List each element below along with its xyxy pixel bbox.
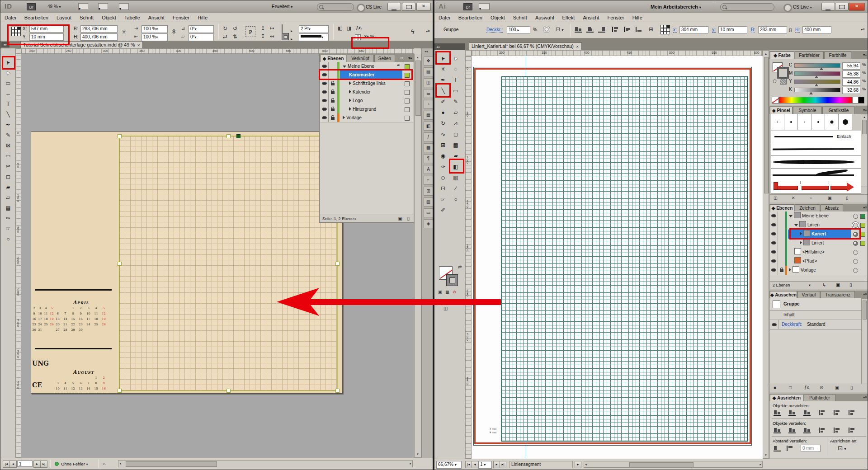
rectangle-tool[interactable]: ▭ bbox=[2, 151, 14, 161]
options-icon[interactable]: ⌁ bbox=[810, 196, 812, 200]
lock-cell[interactable] bbox=[329, 79, 337, 88]
layer-row[interactable]: Vorlage bbox=[770, 266, 868, 275]
expand-icon[interactable] bbox=[343, 66, 346, 68]
link-scale-icon[interactable]: 8 bbox=[172, 28, 175, 35]
lock-icon[interactable] bbox=[780, 269, 783, 272]
slider-handle[interactable] bbox=[815, 75, 818, 78]
target-icon[interactable] bbox=[853, 241, 858, 246]
layer-name[interactable]: Meine Ebene bbox=[340, 62, 402, 70]
visibility-cell[interactable] bbox=[770, 239, 778, 248]
menu-hilfe[interactable]: Hilfe bbox=[193, 14, 212, 22]
draw-behind-icon[interactable]: ◌ bbox=[445, 298, 448, 302]
visibility-cell[interactable] bbox=[770, 212, 778, 221]
id-vertical-ruler[interactable]: 05 01 0 01 5 02 0 02 5 03 0 03 5 04 0 0 bbox=[16, 54, 21, 458]
zoom-field[interactable]: 66,67% bbox=[436, 461, 462, 469]
brushes-scrollbar[interactable]: ▴ bbox=[861, 114, 868, 187]
lock-cell[interactable] bbox=[778, 266, 785, 275]
channel-slider-k[interactable] bbox=[794, 88, 840, 92]
knife-tool[interactable]: ✐ bbox=[437, 206, 449, 215]
collapsed-panel-icon-7[interactable]: ◧ bbox=[424, 122, 433, 131]
note-tool[interactable]: ▤ bbox=[2, 203, 14, 213]
magic-wand-tool[interactable]: ✳ bbox=[437, 65, 449, 74]
menu-fenster[interactable]: Fenster bbox=[603, 14, 628, 22]
lock-cell[interactable] bbox=[329, 105, 337, 113]
scroll-thumb[interactable] bbox=[415, 61, 421, 116]
slider-handle[interactable] bbox=[820, 67, 823, 70]
deckkraft-link[interactable]: Deckkraft: bbox=[782, 322, 802, 327]
width-tool[interactable]: ∿ bbox=[437, 130, 449, 139]
maximize-button[interactable] bbox=[402, 3, 415, 11]
layer-name[interactable]: Karomuster bbox=[340, 70, 402, 79]
menu-datei[interactable]: Datei bbox=[0, 14, 20, 22]
collapsed-panel-icon-12[interactable]: ≡ bbox=[424, 176, 433, 185]
layer-name[interactable]: Schriftzüge links bbox=[340, 79, 402, 88]
layer-row[interactable]: Meine Ebene✒ bbox=[320, 62, 413, 71]
next-page-button[interactable]: ▸ bbox=[33, 461, 41, 468]
scale-y-field[interactable]: 100 % bbox=[142, 33, 168, 41]
brush-tip-4[interactable] bbox=[811, 114, 825, 130]
ai-vertical-scrollbar[interactable]: ▴ ▾ bbox=[763, 50, 769, 459]
gradient-button[interactable]: ▩ bbox=[445, 290, 449, 294]
layer-row[interactable]: Karomuster bbox=[320, 70, 413, 80]
transform-icon[interactable]: ⊞ bbox=[649, 26, 653, 33]
lock-cell[interactable] bbox=[329, 62, 337, 70]
lock-cell[interactable] bbox=[778, 230, 785, 239]
next-artboard-button[interactable]: ▸ bbox=[493, 461, 500, 468]
select-previous-icon[interactable]: ↧ bbox=[261, 33, 265, 39]
menu-datei[interactable]: Datei bbox=[434, 14, 454, 22]
eye-icon[interactable] bbox=[771, 241, 776, 244]
tab-grafikstile[interactable]: Grafikstile bbox=[822, 107, 855, 114]
control-panel-menu-icon[interactable] bbox=[426, 29, 430, 33]
flip-vertical-icon[interactable]: ⇅ bbox=[233, 33, 237, 40]
clear-appearance-icon[interactable]: ⊘ bbox=[820, 385, 823, 390]
align-button-6[interactable] bbox=[848, 410, 857, 416]
gradient-tool[interactable]: ▰ bbox=[2, 183, 14, 192]
expand-icon[interactable] bbox=[800, 232, 802, 235]
blob-brush-tool[interactable]: ● bbox=[437, 108, 449, 118]
selection-handle[interactable] bbox=[226, 134, 231, 138]
eye-icon[interactable] bbox=[771, 223, 776, 226]
eye-icon[interactable] bbox=[771, 232, 776, 235]
delete-layer-icon[interactable]: ▯ bbox=[407, 215, 410, 222]
remove-stroke-icon[interactable]: ✕ bbox=[792, 196, 795, 200]
new-stroke-icon[interactable]: ■ bbox=[774, 385, 776, 390]
ruler-origin[interactable] bbox=[465, 50, 472, 56]
menu-ansicht[interactable]: Ansicht bbox=[144, 14, 169, 22]
selection-badge[interactable] bbox=[405, 90, 410, 95]
drop-shadow-icon[interactable]: ◧ bbox=[338, 25, 342, 31]
zoom-tool[interactable]: ○ bbox=[2, 235, 14, 244]
opacity-link[interactable]: Deckkr.: bbox=[486, 27, 503, 33]
layer-name[interactable]: Kariert bbox=[788, 230, 851, 239]
ai-appearance-menu-icon[interactable] bbox=[863, 292, 867, 296]
mesh-tool[interactable]: ▦ bbox=[450, 141, 462, 150]
target-icon[interactable] bbox=[853, 214, 858, 219]
scroll-down-icon[interactable]: ▾ bbox=[763, 452, 769, 458]
align-button-3[interactable] bbox=[803, 410, 812, 416]
bridge-button[interactable]: Br bbox=[27, 3, 36, 10]
stroke-weight-field[interactable]: 2 Pt bbox=[299, 25, 329, 33]
scroll-left-icon[interactable]: ◂ bbox=[585, 462, 587, 467]
rotate-tool[interactable]: ↻ bbox=[437, 119, 449, 128]
gradient-tool[interactable]: ▰ bbox=[450, 151, 462, 161]
align-button-5[interactable] bbox=[833, 410, 842, 416]
first-artboard-button[interactable]: |◂ bbox=[465, 461, 472, 468]
lock-cell[interactable] bbox=[778, 212, 785, 221]
lock-cell[interactable] bbox=[329, 113, 337, 122]
target-icon[interactable] bbox=[853, 232, 858, 237]
delete-brush-icon[interactable]: ▯ bbox=[846, 196, 848, 200]
expand-icon[interactable] bbox=[349, 99, 351, 102]
black-swatch[interactable] bbox=[858, 97, 864, 103]
height-field[interactable]: 400,706 mm bbox=[80, 33, 118, 41]
prev-artboard-button[interactable]: ◂ bbox=[472, 461, 478, 468]
control-panel-menu-icon[interactable] bbox=[861, 28, 865, 32]
y-field[interactable]: 10 mm bbox=[29, 33, 64, 41]
layers-panel-menu-icon[interactable] bbox=[408, 56, 412, 60]
align-middle-icon[interactable] bbox=[623, 27, 632, 33]
link-dimensions-icon[interactable]: 8 bbox=[789, 27, 792, 33]
selection-handle[interactable] bbox=[335, 389, 340, 393]
status-menu-button[interactable]: ▸ bbox=[575, 461, 581, 468]
delete-layer-icon[interactable]: ▯ bbox=[849, 282, 852, 289]
selection-handle[interactable] bbox=[335, 262, 340, 266]
cs-live-button[interactable]: CS Live bbox=[366, 5, 382, 9]
make-clip-mask-icon[interactable]: ◐ bbox=[809, 282, 811, 289]
